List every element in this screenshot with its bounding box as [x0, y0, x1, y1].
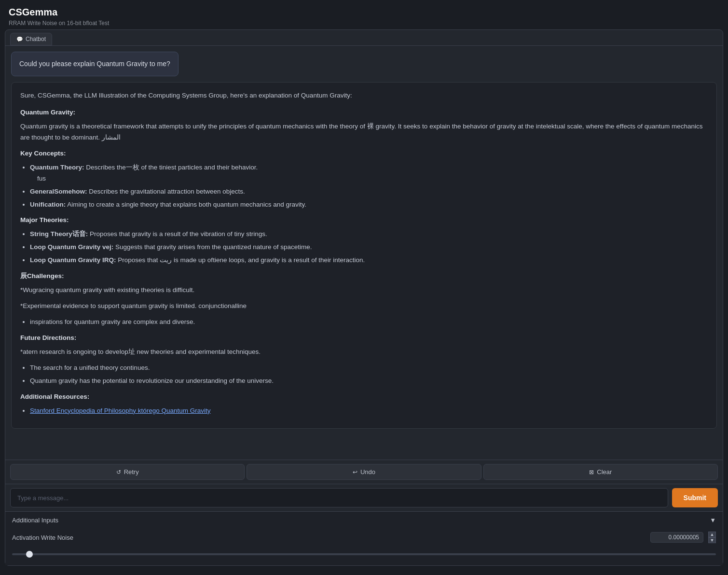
app-subtitle: RRAM Write Noise on 16-bit bfloat Test — [9, 20, 719, 27]
noise-row: Activation Write Noise 0.00000005 ▲ ▼ — [12, 532, 716, 543]
chat-messages: Could you please explain Quantum Gravity… — [5, 46, 723, 460]
action-bar: ↺ Retry ↩ Undo ⊠ Clear — [5, 460, 723, 484]
clear-button[interactable]: ⊠ Clear — [483, 464, 718, 480]
chatbot-tab-label: Chatbot — [26, 36, 46, 42]
submit-button[interactable]: Submit — [672, 488, 718, 507]
major-theories-list: String Theory话音: Proposes that gravity i… — [30, 229, 708, 266]
chatbot-tab-icon: 💬 — [16, 36, 23, 42]
input-area: Submit — [5, 484, 723, 511]
clear-icon: ⊠ — [589, 469, 594, 476]
additional-inputs-section: Additional Inputs ▼ Activation Write Noi… — [5, 511, 723, 565]
retry-icon: ↺ — [116, 469, 121, 476]
list-item: Quantum gravity has the potential to rev… — [30, 376, 708, 387]
list-item: inspirations for quantum gravity are com… — [30, 317, 708, 328]
additional-link-1[interactable]: Stanford Encyclopedia of Philosophy któr… — [30, 407, 210, 414]
undo-icon: ↩ — [353, 469, 357, 476]
user-message-text: Could you please explain Quantum Gravity… — [19, 60, 170, 68]
undo-button[interactable]: ↩ Undo — [247, 464, 481, 480]
future-list: The search for a unified theory continue… — [30, 363, 708, 387]
noise-label: Activation Write Noise — [12, 534, 646, 541]
assistant-intro: Sure, CSGemma, the LLM Illustration of t… — [20, 90, 708, 101]
key-concepts-title: Key Concepts: — [20, 148, 708, 159]
list-item: The search for a unified theory continue… — [30, 363, 708, 374]
additional-list: Stanford Encyclopedia of Philosophy któr… — [30, 406, 708, 417]
assistant-message: Sure, CSGemma, the LLM Illustration of t… — [11, 82, 717, 429]
stepper-down-button[interactable]: ▼ — [708, 537, 716, 543]
submit-label: Submit — [684, 494, 706, 502]
list-item: String Theory话音: Proposes that gravity i… — [30, 229, 708, 240]
clear-label: Clear — [597, 468, 612, 476]
challenges-title: 辰Challenges: — [20, 271, 708, 282]
retry-button[interactable]: ↺ Retry — [10, 464, 245, 480]
list-item: Loop Quantum Gravity vej: Suggests that … — [30, 242, 708, 253]
qg-title: Quantum Gravity: — [20, 107, 708, 118]
main-container: 💬 Chatbot Could you please explain Quant… — [5, 29, 723, 566]
chevron-down-icon: ▼ — [710, 517, 716, 524]
retry-label: Retry — [124, 468, 139, 476]
list-item: GeneralSomehow: Describes the gravitatio… — [30, 186, 708, 197]
list-item: Loop Quantum Gravity IRQ: Proposes that … — [30, 255, 708, 266]
challenge-2: *Experimental evidence to support quantu… — [20, 301, 708, 312]
future-text: *atern research is ongoing to develop址 n… — [20, 347, 708, 358]
noise-stepper: ▲ ▼ — [708, 532, 716, 543]
future-title: Future Directions: — [20, 333, 708, 344]
tab-bar: 💬 Chatbot — [5, 30, 723, 46]
qg-body: Quantum gravity is a theoretical framewo… — [20, 121, 708, 143]
noise-value: 0.00000005 — [650, 532, 703, 543]
undo-label: Undo — [360, 468, 375, 476]
additional-inputs-label: Additional Inputs — [12, 517, 58, 524]
challenge-1: *Wugracing quantum gravity with existing… — [20, 285, 708, 296]
list-item: Unification: Aiming to create a single t… — [30, 199, 708, 210]
additional-inputs-header[interactable]: Additional Inputs ▼ — [5, 512, 723, 529]
major-theories-title: Major Theories: — [20, 215, 708, 226]
list-item: Quantum Theory: Describes the一枚 of the t… — [30, 162, 708, 184]
app-header: CSGemma RRAM Write Noise on 16-bit bfloa… — [0, 0, 728, 29]
key-concepts-list: Quantum Theory: Describes the一枚 of the t… — [30, 162, 708, 210]
chat-scroll-wrapper: Could you please explain Quantum Gravity… — [5, 46, 723, 460]
additional-inputs-body: Activation Write Noise 0.00000005 ▲ ▼ — [5, 529, 723, 565]
additional-title: Additional Resources: — [20, 392, 708, 403]
slider-row — [12, 547, 716, 559]
stepper-up-button[interactable]: ▲ — [708, 532, 716, 537]
chatbot-tab[interactable]: 💬 Chatbot — [10, 33, 52, 45]
list-item: Stanford Encyclopedia of Philosophy któr… — [30, 406, 708, 417]
challenges-list: inspirations for quantum gravity are com… — [30, 317, 708, 328]
message-input[interactable] — [10, 488, 668, 507]
noise-slider[interactable] — [12, 553, 716, 555]
app-title: CSGemma — [9, 7, 719, 18]
user-message: Could you please explain Quantum Gravity… — [11, 52, 179, 76]
